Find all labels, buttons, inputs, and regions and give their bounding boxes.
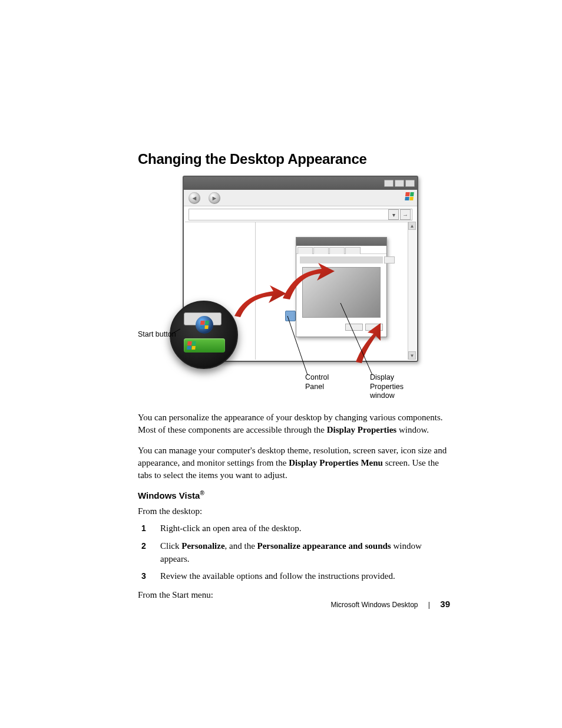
step-item: 2Click Personalize, and the Personalize … (154, 540, 450, 566)
dialog-buttons (296, 321, 386, 333)
address-bar: ▾ → (189, 209, 412, 220)
maximize-icon (395, 180, 404, 187)
label-control-panel: Control Panel (305, 373, 329, 391)
monitor-preview (302, 267, 381, 318)
page-number: 39 (440, 599, 450, 609)
paragraph: You can manage your computer's desktop t… (138, 444, 450, 482)
control-panel-icon (285, 311, 296, 321)
lead-text: From the desktop: (138, 505, 450, 518)
nav-toolbar: ◄ ► (184, 190, 417, 206)
figure: ◄ ► ▾ → ▲ ▼ (138, 176, 421, 400)
dialog-titlebar (296, 238, 386, 246)
minimize-icon (384, 180, 394, 187)
section-heading: Changing the Desktop Appearance (138, 151, 450, 167)
footer-separator: | (428, 601, 430, 609)
dialog-field (300, 256, 383, 263)
page-footer: Microsoft Windows Desktop | 39 (138, 599, 450, 609)
scroll-down-icon: ▼ (408, 351, 416, 360)
windows-flag-icon (405, 192, 415, 202)
step-number: 1 (141, 522, 146, 534)
go-icon: → (400, 209, 411, 220)
label-display-properties: Display Properties window (370, 373, 417, 401)
xp-start-button (184, 338, 225, 353)
forward-icon: ► (209, 192, 220, 204)
back-icon: ◄ (189, 192, 200, 204)
vista-start-orb (196, 316, 213, 334)
display-properties-dialog (296, 237, 387, 337)
dialog-tabs (296, 246, 386, 254)
dropdown-icon: ▾ (388, 209, 399, 220)
step-number: 2 (141, 540, 146, 552)
scroll-up-icon: ▲ (408, 222, 416, 230)
close-icon (405, 180, 415, 187)
start-magnifier (170, 301, 238, 369)
step-number: 3 (141, 570, 146, 582)
numbered-steps: 1Right-click an open area of the desktop… (138, 522, 450, 583)
scrollbar: ▲ ▼ (408, 222, 416, 360)
paragraph: You can personalize the appearance of yo… (138, 411, 450, 436)
window-titlebar (184, 177, 417, 190)
step-item: 1Right-click an open area of the desktop… (154, 522, 450, 535)
windows-flag-icon (187, 341, 196, 350)
step-item: 3Review the available options and follow… (154, 570, 450, 583)
windows-flag-icon (200, 321, 209, 329)
label-start-button: Start button (138, 330, 176, 340)
subheading-windows-vista: Windows Vista® (138, 490, 450, 500)
footer-section: Microsoft Windows Desktop (330, 601, 418, 609)
